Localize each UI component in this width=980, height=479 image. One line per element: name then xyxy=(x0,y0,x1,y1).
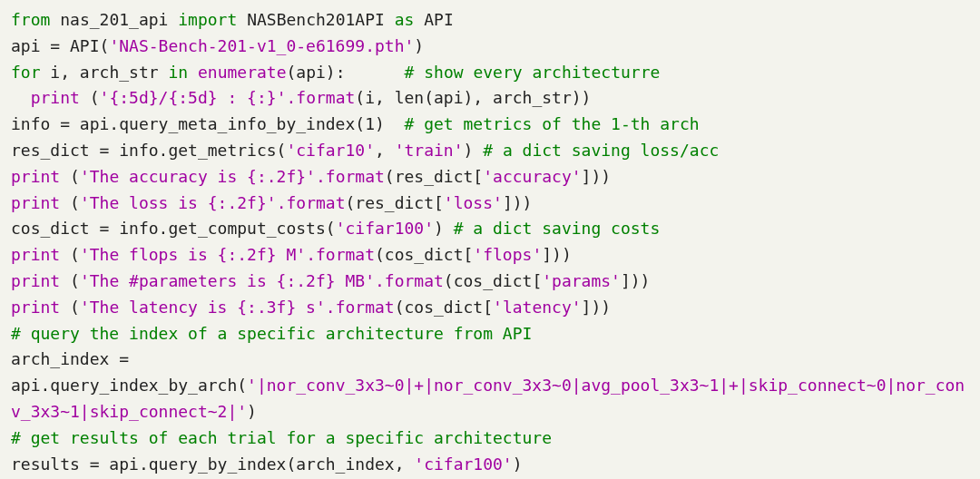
keyword-as: as xyxy=(395,10,415,29)
bracket: (res_dict[ xyxy=(345,193,443,212)
print-call: print xyxy=(11,298,60,317)
code-line-16: results = api.query_by_index(arch_index,… xyxy=(11,455,523,474)
bracket: (cos_dict[ xyxy=(375,245,473,264)
code-line-9: cos_dict = info.get_comput_costs('cifar1… xyxy=(11,219,660,238)
bracket: ])) xyxy=(582,298,612,317)
comment: # a dict saving loss/acc xyxy=(483,141,719,160)
paren: ( xyxy=(60,245,80,264)
assign: results = api.query_by_index(arch_index, xyxy=(11,455,414,474)
paren: ) xyxy=(434,219,444,238)
bracket: (cos_dict[ xyxy=(444,271,542,290)
paren: ) xyxy=(513,455,523,474)
paren: ) xyxy=(464,141,474,160)
assign: api = API( xyxy=(11,36,109,55)
keyword-in: in xyxy=(168,63,188,82)
string-literal: 'cifar10' xyxy=(286,141,375,160)
code-line-13: # query the index of a specific architec… xyxy=(11,324,532,343)
alias: API xyxy=(424,10,454,29)
string-literal: 'NAS-Bench-201-v1_0-e61699.pth' xyxy=(109,36,414,55)
comment: # get results of each trial for a specif… xyxy=(11,428,552,447)
code-line-10: print ('The flops is {:.2f} M'.format(co… xyxy=(11,245,572,264)
dict-key: 'flops' xyxy=(473,245,542,264)
keyword-import: import xyxy=(178,10,237,29)
dict-key: 'loss' xyxy=(444,193,503,212)
code-line-15: # get results of each trial for a specif… xyxy=(11,428,552,447)
print-call: print xyxy=(31,88,80,107)
code-line-5: info = api.query_meta_info_by_index(1) #… xyxy=(11,114,700,133)
format-method: .format xyxy=(326,298,395,317)
comment: # a dict saving costs xyxy=(454,219,661,238)
code-line-2: api = API('NAS-Bench-201-v1_0-e61699.pth… xyxy=(11,36,424,55)
bracket: (res_dict[ xyxy=(385,167,483,186)
keyword-from: from xyxy=(11,10,50,29)
bracket: ])) xyxy=(503,193,533,212)
class-name: NASBench201API xyxy=(247,10,385,29)
print-call: print xyxy=(11,271,60,290)
string-literal: 'cifar100' xyxy=(414,455,512,474)
paren: ) xyxy=(414,36,424,55)
string-literal: 'train' xyxy=(395,141,464,160)
format-method: .format xyxy=(316,167,385,186)
comma: , xyxy=(375,141,395,160)
indent xyxy=(11,88,31,107)
code-line-12: print ('The latency is {:.3f} s'.format(… xyxy=(11,298,611,317)
code-line-8: print ('The loss is {:.2f}'.format(res_d… xyxy=(11,193,532,212)
keyword-for: for xyxy=(11,63,41,82)
dict-key: 'params' xyxy=(542,271,621,290)
assign: info = api.query_meta_info_by_index(1) xyxy=(11,114,385,133)
loop-vars: i, arch_str xyxy=(50,63,158,82)
paren: ( xyxy=(60,271,80,290)
print-call: print xyxy=(11,167,60,186)
print-call: print xyxy=(11,245,60,264)
assign: arch_index = api.query_index_by_arch( xyxy=(11,349,247,395)
format-string: 'The flops is {:.2f} M' xyxy=(80,245,306,264)
format-string: 'The accuracy is {:.2f}' xyxy=(80,167,316,186)
builtin-enumerate: enumerate xyxy=(198,63,287,82)
format-method: .format xyxy=(375,271,444,290)
format-string: 'The loss is {:.2f}' xyxy=(80,193,277,212)
print-call: print xyxy=(11,193,60,212)
format-string: 'The #parameters is {:.2f} MB' xyxy=(80,271,375,290)
module-name: nas_201_api xyxy=(60,10,168,29)
dict-key: 'accuracy' xyxy=(483,167,581,186)
paren: ( xyxy=(60,167,80,186)
comment: # get metrics of the 1-th arch xyxy=(405,114,700,133)
bracket: ])) xyxy=(542,245,572,264)
code-line-3: for i, arch_str in enumerate(api): # sho… xyxy=(11,63,660,82)
assign: cos_dict = info.get_comput_costs( xyxy=(11,219,336,238)
bracket: (cos_dict[ xyxy=(395,298,493,317)
format-string: '{:5d}/{:5d} : {:}' xyxy=(100,88,287,107)
dict-key: 'latency' xyxy=(493,298,582,317)
code-line-1: from nas_201_api import NASBench201API a… xyxy=(11,10,454,29)
code-block: from nas_201_api import NASBench201API a… xyxy=(0,0,980,479)
format-method: .format xyxy=(286,88,355,107)
comment: # show every architecturre xyxy=(405,63,661,82)
paren: ( xyxy=(80,88,100,107)
format-method: .format xyxy=(306,245,375,264)
bracket: ])) xyxy=(621,271,651,290)
format-method: .format xyxy=(277,193,346,212)
string-literal: 'cifar100' xyxy=(336,219,434,238)
code-line-11: print ('The #parameters is {:.2f} MB'.fo… xyxy=(11,271,650,290)
code-line-6: res_dict = info.get_metrics('cifar10', '… xyxy=(11,141,719,160)
assign: res_dict = info.get_metrics( xyxy=(11,141,286,160)
comment: # query the index of a specific architec… xyxy=(11,324,532,343)
format-string: 'The latency is {:.3f} s' xyxy=(80,298,326,317)
bracket: ])) xyxy=(582,167,612,186)
code-line-7: print ('The accuracy is {:.2f}'.format(r… xyxy=(11,167,611,186)
format-args: (i, len(api), arch_str)) xyxy=(355,88,591,107)
iter-target: (api): xyxy=(287,63,346,82)
code-line-4: print ('{:5d}/{:5d} : {:}'.format(i, len… xyxy=(11,88,591,107)
paren: ( xyxy=(60,298,80,317)
code-line-14: arch_index = api.query_index_by_arch('|n… xyxy=(11,349,965,421)
paren: ) xyxy=(247,402,257,421)
paren: ( xyxy=(60,193,80,212)
